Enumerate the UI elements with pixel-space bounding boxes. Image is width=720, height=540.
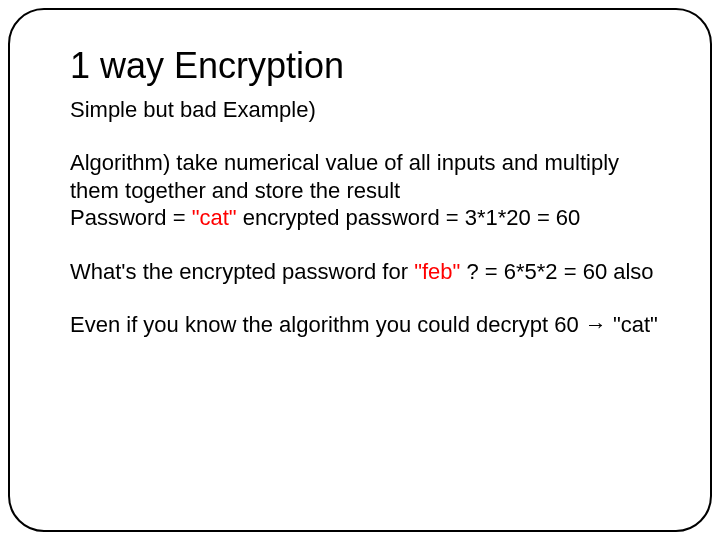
algorithm-block: Algorithm) take numerical value of all i… — [70, 149, 660, 232]
decrypt-post: "cat" — [607, 312, 658, 337]
password-cat: "cat" — [192, 205, 237, 230]
slide-title: 1 way Encryption — [70, 46, 660, 86]
feb-block: What's the encrypted password for "feb" … — [70, 258, 660, 286]
password-pre: Password = — [70, 205, 192, 230]
decrypt-pre: Even if you know the algorithm you could… — [70, 312, 585, 337]
password-post: encrypted password = 3*1*20 = 60 — [237, 205, 581, 230]
algorithm-text: Algorithm) take numerical value of all i… — [70, 150, 619, 203]
feb-post: ? = 6*5*2 = 60 also — [460, 259, 653, 284]
feb-pre: What's the encrypted password for — [70, 259, 414, 284]
feb-word: "feb" — [414, 259, 460, 284]
subtitle-line: Simple but bad Example) — [70, 96, 660, 124]
slide-body: Simple but bad Example) Algorithm) take … — [70, 96, 660, 339]
arrow-icon: → — [585, 312, 607, 337]
decrypt-block: Even if you know the algorithm you could… — [70, 311, 660, 339]
slide-frame: 1 way Encryption Simple but bad Example)… — [8, 8, 712, 532]
